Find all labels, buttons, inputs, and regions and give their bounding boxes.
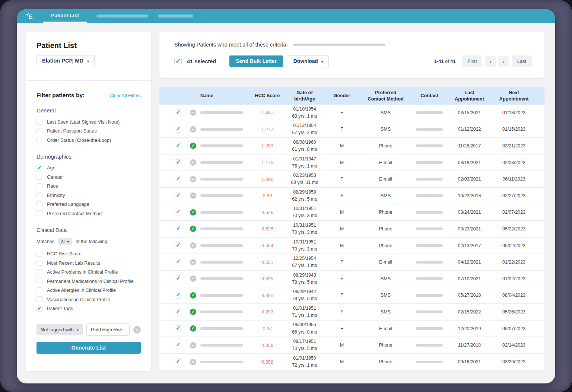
filter-item[interactable]: Active Allergies in Clinical Profile [36,286,141,295]
filter-item[interactable]: Patient Tags [36,304,141,313]
table-row[interactable]: 0.35808/17/195170 yrs, 5 moMPhone11/27/2… [159,337,544,354]
filter-checkbox[interactable] [36,278,42,284]
redacted-contact-bar [416,261,443,264]
filter-item[interactable]: Most Recent Lab Results [36,258,141,268]
redacted-contact-bar [416,211,443,214]
filter-group-title: General [36,108,141,114]
row-checkbox[interactable] [175,259,181,265]
filter-checkbox[interactable] [36,210,42,216]
filter-checkbox[interactable] [36,251,42,257]
filter-item[interactable]: Gender [36,172,141,182]
preferred-contact-method: SMS [357,276,414,281]
clear-all-filters-link[interactable]: Clear All Filters [109,93,141,98]
matches-dropdown[interactable]: All [58,238,72,245]
row-checkbox[interactable] [175,159,181,166]
row-checkbox[interactable] [175,143,181,149]
row-checkbox[interactable] [175,226,181,232]
filter-item[interactable]: Order Status (Close-the-Loop) [36,136,141,145]
row-checkbox[interactable] [175,242,181,249]
table-row[interactable]: 1.17501/01/194775 yrs, 1 moME-mail03/18/… [159,154,544,171]
row-checkbox[interactable] [175,325,181,332]
row-checkbox[interactable] [175,309,181,315]
next-appointment: 05/07/2023 [495,326,533,331]
row-checkbox[interactable] [175,275,181,282]
row-checkbox[interactable] [175,126,181,133]
filter-checkbox[interactable] [36,260,42,266]
row-checkbox[interactable] [175,358,181,365]
table-row[interactable]: 1.25306/08/196061 yrs, 8 moMPhone11/28/2… [159,138,544,154]
table-row[interactable]: 0.35801/01/195072 yrs, 1 moMPhone09/16/2… [159,354,544,370]
row-checkbox[interactable] [175,192,181,199]
filter-item[interactable]: HCC Risk Score [36,249,141,259]
filter-checkbox[interactable] [36,128,42,134]
column-header[interactable]: Date of birth/Age [282,89,327,102]
table-row[interactable]: 1.48701/10/195468 yrs, 1 moFSMS03/15/202… [159,105,544,121]
row-checkbox[interactable] [175,109,181,116]
table-row[interactable]: 0.62610/31/195170 yrs, 3 moMPhone03/23/2… [159,221,544,238]
gender: F [327,276,357,281]
pagination-first-button[interactable]: First [462,55,483,67]
table-row[interactable]: 1.27701/12/195467 yrs, 2 moFSMS01/12/202… [159,121,544,138]
filter-checkbox[interactable] [36,306,42,312]
table-row[interactable]: 0.39508/29/194279 yrs, 5 moFSMS05/27/201… [159,287,544,304]
redacted-tab-pill[interactable] [158,15,193,17]
tab-patient-list[interactable]: Patient List [43,9,87,23]
column-header[interactable]: Last Appointment [444,89,495,102]
column-header[interactable]: Next Appointment [495,89,533,102]
filter-checkbox[interactable] [36,296,42,302]
filter-item[interactable]: Active Problems in Clinical Profile [36,268,141,277]
tag-value-input[interactable]: Gold High Risk [86,324,130,336]
row-checkbox[interactable] [175,342,181,348]
filter-item[interactable]: Preferred Contact Method [36,209,141,218]
table-row[interactable]: 0.39301/01/195171 yrs, 1 moFSMS02/15/202… [159,304,544,321]
status-complete-icon [190,325,196,332]
filter-item[interactable]: Patient Passport Status [36,127,141,136]
filter-item[interactable]: Vaccinations in Clinical Profile [36,295,141,304]
pagination-last-button[interactable]: Last [512,55,532,67]
generate-list-button[interactable]: Generate List [36,342,141,354]
filter-item[interactable]: Age [36,163,141,173]
download-button[interactable]: Download [288,55,329,67]
filter-item[interactable]: Ethnicity [36,191,141,200]
filter-item[interactable]: Preferred Language [36,200,141,209]
send-bulk-letter-button[interactable]: Send Bulk Letter [229,55,283,67]
filter-checkbox[interactable] [36,165,42,171]
filter-checkbox[interactable] [36,201,42,207]
tag-operator-dropdown[interactable]: Not tagged with [36,324,83,335]
table-row[interactable]: 0.39508/29/194378 yrs, 5 moFSMS07/10/202… [159,271,544,287]
pagination-next-button[interactable]: › [498,56,509,67]
elation-logo-icon[interactable]: E [17,9,43,23]
table-row[interactable]: 0.3706/09/195566 yrs, 8 moFE-mail12/20/2… [159,321,544,337]
status-none-icon [190,359,196,365]
row-checkbox[interactable] [175,176,181,182]
table-row[interactable]: 0.62610/31/195170 yrs, 3 moMPhone03/24/2… [159,204,544,221]
filter-item[interactable]: Race [36,182,141,191]
row-checkbox[interactable] [175,209,181,216]
filter-item-label: Preferred Language [47,201,89,207]
column-header[interactable]: Gender [327,92,357,99]
redacted-tab-pill[interactable] [96,15,148,17]
table-row[interactable]: 0.8908/29/195962 yrs, 5 moFSMS10/23/2018… [159,188,544,204]
provider-dropdown[interactable]: Elation PCP, MD [36,55,95,66]
filter-checkbox[interactable] [36,174,42,180]
filter-item[interactable]: Last Seen (Last Signed Visit Note) [36,117,141,127]
filter-item[interactable]: Permanent Medications in Clinical Profil… [36,277,141,286]
dob-age: 10/31/195170 yrs, 3 mo [282,222,327,236]
column-header[interactable]: HCC Score [252,92,282,99]
column-header[interactable]: Contact [414,92,444,99]
remove-tag-filter-icon[interactable] [133,326,141,334]
table-row[interactable]: 0.55410/31/195170 yrs, 3 moMPhone02/13/2… [159,238,544,254]
row-checkbox[interactable] [175,292,181,299]
table-row[interactable]: 0.55112/25/195467 yrs, 1 moFE-mail04/12/… [159,254,544,271]
filter-checkbox[interactable] [36,287,42,293]
column-header[interactable]: Name [200,92,252,99]
filter-checkbox[interactable] [36,269,42,275]
select-all-checkbox[interactable] [174,58,182,65]
column-header[interactable]: Preferred Contact Method [357,89,414,102]
pagination-prev-button[interactable]: ‹ [485,56,496,67]
filter-checkbox[interactable] [36,192,42,198]
filter-checkbox[interactable] [36,137,42,143]
table-row[interactable]: 1.09602/23/195368 yrs, 11 moFE-mail02/03… [159,171,544,188]
filter-checkbox[interactable] [36,119,42,125]
filter-checkbox[interactable] [36,183,42,189]
